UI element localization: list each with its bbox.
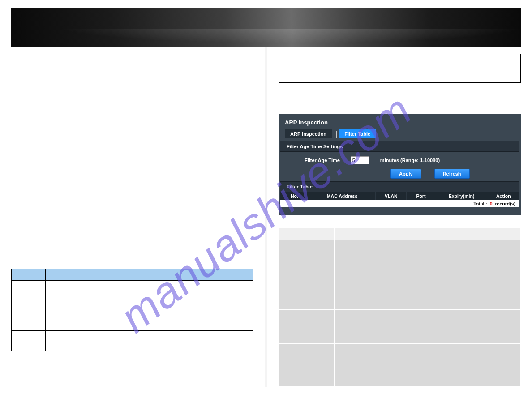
filter-table-total: Total : 0 record(s): [280, 200, 519, 207]
col-expiry: Expiry(min): [435, 192, 488, 200]
refresh-button[interactable]: Refresh: [434, 169, 470, 179]
section-filter-table: Filter Table: [280, 181, 519, 192]
col-port: Port: [407, 192, 435, 200]
arp-inspection-panel: ARP Inspection ARP Inspection Filter Tab…: [279, 114, 521, 215]
col-no: No.: [280, 192, 309, 200]
col-vlan: VLAN: [376, 192, 407, 200]
tab-filter-table[interactable]: Filter Table: [339, 129, 376, 138]
command-table: [11, 269, 253, 351]
tab-arp-inspection[interactable]: ARP Inspection: [285, 129, 332, 138]
column-separator: [265, 47, 267, 387]
col-action: Action: [488, 192, 519, 200]
filter-age-time-hint: minutes (Range: 1-10080): [380, 158, 440, 163]
filter-table-header: No. MAC Address VLAN Port Expiry(min) Ac…: [280, 192, 519, 200]
filter-age-time-label: Filter Age Time: [305, 158, 340, 163]
apply-button[interactable]: Apply: [390, 169, 421, 179]
mini-table: [279, 54, 521, 83]
arp-tab-bar: ARP Inspection Filter Table: [279, 129, 521, 141]
section-filter-age-time: Filter Age Time Settings: [280, 141, 519, 152]
arp-panel-title: ARP Inspection: [279, 117, 521, 129]
footer-rule: [11, 396, 521, 396]
col-mac-address: MAC Address: [309, 192, 376, 200]
filter-age-time-input[interactable]: [351, 156, 369, 164]
header-banner: [11, 8, 521, 47]
tab-divider: [336, 131, 337, 138]
description-table: [279, 228, 521, 387]
